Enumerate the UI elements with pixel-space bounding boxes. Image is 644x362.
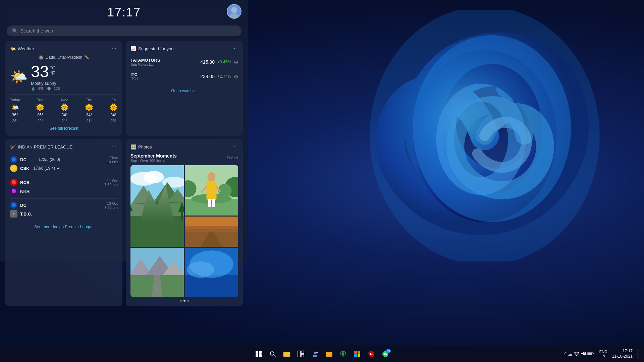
forecast-today: Today 🌤️ 36° 23° xyxy=(10,98,20,123)
stock-row-tatamotors[interactable]: TATAMOTORS Tata Motors Ltd 415.30 +8.45%… xyxy=(130,55,238,69)
lang-code: ENG xyxy=(599,350,607,354)
taskbar-folder-button[interactable] xyxy=(323,348,335,360)
file-explorer-button[interactable] xyxy=(281,348,293,360)
svg-line-50 xyxy=(274,355,275,357)
search-input[interactable] xyxy=(20,28,236,34)
taskbar-center: M 99 xyxy=(253,348,391,360)
svg-point-44 xyxy=(187,261,214,278)
stocks-icon: 📈 xyxy=(130,46,136,51)
whatsapp-badge: 99 xyxy=(386,349,391,353)
csk-score: 173/6 (19.4) ◄ xyxy=(33,166,60,171)
tray-cloud-icon[interactable]: ☁ xyxy=(568,351,573,357)
notification-area[interactable] xyxy=(637,349,639,359)
match-rcb-kkr: 🔴 RCB 🟣 KKR 11 Oct 7 xyxy=(10,176,118,199)
photos-widget: 🖼️ Photos ··· September Moments Sep · Ov… xyxy=(126,139,243,306)
csk-logo: 🟡 xyxy=(10,165,17,172)
taskbar-search-button[interactable] xyxy=(267,348,279,360)
stock-name-1: Tata Motors Ltd xyxy=(130,63,200,66)
svg-rect-64 xyxy=(354,354,357,357)
match2-status: 11 Oct 7:30 pm xyxy=(104,179,118,187)
stock-add-button-2[interactable]: ⊕ xyxy=(234,73,238,80)
stock-price-1: 415.30 xyxy=(200,59,215,65)
forecast-tue: Tue 🌞 36° 22° xyxy=(36,98,44,123)
edge-button[interactable] xyxy=(337,348,349,360)
snap-layout-button[interactable] xyxy=(295,348,307,360)
whatsapp-button[interactable]: 99 xyxy=(379,348,391,360)
match1-status: Final 10 Oct xyxy=(107,156,118,164)
weather-forecast: Today 🌤️ 36° 23° Tue 🌞 36° 22° Wed 🌞 34°… xyxy=(10,94,118,123)
taskbar-left: F xyxy=(5,352,8,356)
weather-location: 🏠 Dadri, Uttar Pradesh ✏️ xyxy=(10,55,118,60)
svg-point-61 xyxy=(342,353,344,355)
svg-rect-69 xyxy=(588,353,592,355)
weather-more-button[interactable]: ··· xyxy=(111,46,118,52)
photos-album-sub: Sep · Over 100 items xyxy=(130,159,177,163)
ipl-widget: 🏏 INDIAN PREMIER LEAGUE ··· 🔵 DC 172/5 ( xyxy=(5,139,122,306)
svg-rect-15 xyxy=(181,211,183,220)
ipl-more-button[interactable]: ··· xyxy=(111,144,118,150)
weather-details: 💧 9% 💨 228 xyxy=(31,86,60,91)
svg-point-4 xyxy=(229,13,239,18)
team-rcb: RCB xyxy=(20,180,30,185)
photo-bottom-2[interactable] xyxy=(130,248,184,297)
dc-logo-2: 🔵 xyxy=(10,201,17,209)
wind-value: 228 xyxy=(54,86,60,91)
svg-rect-62 xyxy=(354,351,357,354)
svg-point-56 xyxy=(314,352,316,354)
kkr-logo: 🟣 xyxy=(10,187,17,195)
photo-pagination xyxy=(130,300,238,302)
tray-volume-icon[interactable] xyxy=(581,351,586,357)
team-csk: CSK xyxy=(20,166,29,171)
photo-bottom-3[interactable] xyxy=(185,248,238,297)
widget-grid: 🌤️ Weather ··· 🏠 Dadri, Uttar Pradesh ✏️… xyxy=(0,41,248,306)
antivirus-button[interactable]: M xyxy=(365,348,377,360)
weather-unit-f: °F xyxy=(50,70,55,76)
tray-battery-icon[interactable] xyxy=(587,351,594,357)
edit-icon[interactable]: ✏️ xyxy=(84,55,89,60)
stocks-more-button[interactable]: ··· xyxy=(231,46,238,52)
stock-change-1: +8.45% xyxy=(217,60,231,64)
tray-wifi-icon[interactable] xyxy=(574,351,579,357)
svg-rect-45 xyxy=(256,351,258,354)
see-more-ipl-button[interactable]: See more Indian Premier League xyxy=(10,225,118,229)
photo-dot-3[interactable] xyxy=(187,300,189,302)
store-button[interactable] xyxy=(351,348,363,360)
user-avatar[interactable] xyxy=(227,4,241,19)
team-tbc: T.B.C. xyxy=(20,212,32,217)
team-dc-2: DC xyxy=(20,203,26,208)
svg-rect-29 xyxy=(208,199,211,207)
see-full-forecast-button[interactable]: See full forecast xyxy=(10,126,118,131)
team-dc: DC xyxy=(20,157,26,162)
stock-ticker-1: TATAMOTORS xyxy=(130,58,200,63)
stock-add-button-1[interactable]: ⊕ xyxy=(234,59,238,65)
svg-rect-52 xyxy=(283,353,290,357)
teams-button[interactable] xyxy=(309,348,321,360)
photos-grid xyxy=(130,165,238,297)
svg-text:M: M xyxy=(370,353,373,356)
photos-album-title: September Moments xyxy=(130,153,177,159)
photo-person[interactable] xyxy=(185,165,238,216)
photos-more-button[interactable]: ··· xyxy=(231,144,238,150)
language-indicator: ENG IN xyxy=(599,350,607,358)
go-watchlist-button[interactable]: Go to watchlist xyxy=(130,87,238,95)
stock-row-itc[interactable]: ITC ITC Ltd 238.05 +2.74% ⊕ xyxy=(130,69,238,83)
photo-dot-1[interactable] xyxy=(180,300,182,302)
forecast-wed: Wed 🌞 34° 21° xyxy=(60,98,69,123)
photos-see-all-button[interactable]: See all xyxy=(227,156,238,160)
weather-unit-c: °C xyxy=(50,65,55,70)
tray-chevron-icon[interactable]: ^ xyxy=(564,351,567,357)
stock-name-2: ITC Ltd xyxy=(130,77,200,81)
stocks-title: Suggested for you xyxy=(138,46,174,51)
photo-bottom-1[interactable] xyxy=(185,217,238,247)
svg-rect-65 xyxy=(358,354,360,357)
wind-icon: 💨 xyxy=(46,86,51,91)
ipl-title: INDIAN PREMIER LEAGUE xyxy=(18,144,72,149)
photos-icon: 🖼️ xyxy=(130,144,136,149)
team-kkr: KKR xyxy=(20,189,30,194)
taskbar-clock[interactable]: 17:17 11-10-2021 xyxy=(612,349,633,359)
photo-mountain[interactable] xyxy=(130,165,184,247)
photo-dot-2[interactable] xyxy=(183,300,185,302)
start-button[interactable] xyxy=(253,348,265,360)
photos-header: 🖼️ Photos ··· xyxy=(130,144,238,150)
search-bar[interactable]: 🔍 xyxy=(7,25,241,36)
